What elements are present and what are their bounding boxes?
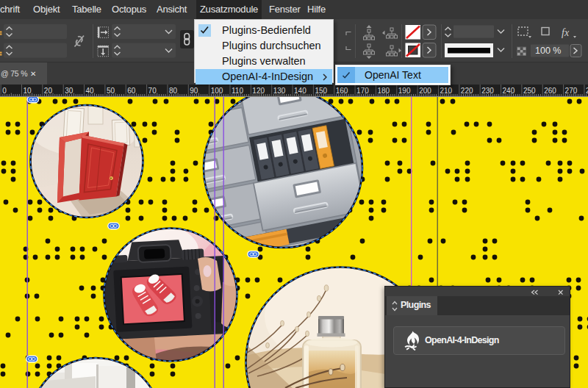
svg-text:210: 210: [440, 87, 453, 95]
svg-text:270: 270: [565, 87, 578, 95]
svg-text:230: 230: [481, 87, 494, 95]
svg-text:250: 250: [523, 87, 536, 95]
svg-text:50: 50: [107, 87, 115, 95]
svg-text:120: 120: [252, 87, 265, 95]
svg-text:80: 80: [169, 87, 178, 95]
svg-text:60: 60: [127, 87, 136, 95]
svg-text:200: 200: [419, 87, 431, 95]
svg-text:130: 130: [273, 87, 286, 95]
svg-text:30: 30: [65, 87, 74, 95]
svg-text:20: 20: [44, 87, 53, 95]
svg-text:190: 190: [398, 87, 411, 95]
svg-text:110: 110: [232, 87, 243, 95]
svg-text:0: 0: [2, 87, 7, 95]
svg-text:220: 220: [461, 87, 473, 95]
svg-text:240: 240: [503, 87, 515, 95]
svg-text:260: 260: [544, 87, 556, 95]
svg-text:70: 70: [148, 87, 157, 95]
svg-text:10: 10: [24, 87, 32, 95]
svg-text:150: 150: [315, 87, 327, 95]
svg-text:90: 90: [190, 87, 198, 95]
svg-text:100 %: 100 %: [535, 46, 561, 56]
svg-text:170: 170: [356, 87, 369, 95]
svg-text:fx: fx: [562, 27, 570, 38]
svg-text:180: 180: [377, 87, 390, 95]
svg-text:40: 40: [86, 87, 95, 95]
svg-text:140: 140: [294, 87, 306, 95]
svg-text:160: 160: [336, 87, 348, 95]
svg-text:100: 100: [211, 87, 223, 95]
